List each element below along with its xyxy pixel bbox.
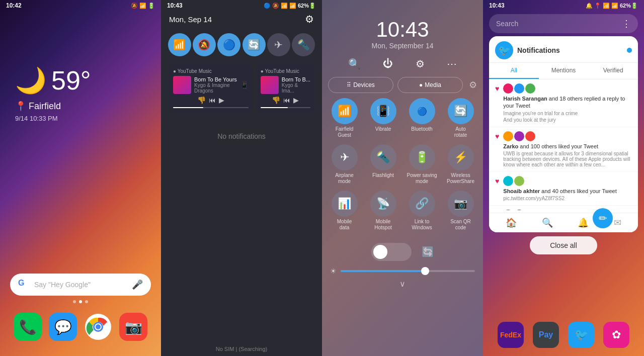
settings-icon[interactable]: ⚙ (305, 13, 314, 25)
twitter-logo: 🐦 (495, 41, 513, 59)
tw-mail-icon[interactable]: ✉ (614, 217, 621, 228)
phone-app-icon[interactable]: 📞 (14, 313, 42, 341)
qs-tile-flashlight[interactable]: 🔦 Flashlight (367, 144, 399, 185)
qs-tile-vibrate[interactable]: 📳 Vibrate (367, 98, 399, 138)
brightness-control[interactable]: ☀ (322, 265, 483, 277)
home-status-bar: 10:42 🔕 📶 🔋 (0, 0, 161, 11)
location-icon: 📍 (15, 101, 26, 112)
media-progress-2 (261, 107, 310, 108)
twitter-card-footer: 🏠 🔍 🔔 ✉ ✏ (489, 213, 638, 232)
sim-status: No SIM | (Searching) (161, 346, 322, 352)
brightness-handle[interactable] (421, 267, 429, 275)
brightness-bar[interactable] (341, 270, 475, 272)
prev-btn-2[interactable]: ⏮ (283, 96, 290, 104)
play-btn-2[interactable]: ▶ (293, 96, 299, 104)
media-artist-2: Kygo & Ima... (282, 82, 310, 94)
notif-content-1: Harish Sarangan and 18 others replied a … (503, 83, 632, 123)
qs-tile-airplane[interactable]: ✈ Airplanemode (328, 144, 361, 185)
search-hint-text: Say "Hey Google" (34, 281, 128, 289)
camera-app-icon[interactable]: 📷 (119, 313, 147, 341)
qs-toggle-pill[interactable] (371, 243, 412, 261)
avatar-1b (514, 83, 524, 94)
media-content-1: Born To Be Yours Kygo & Imagine Dragons … (173, 76, 249, 94)
media-tab[interactable]: ● Media (397, 77, 463, 93)
hotspot-tile-icon: 📡 (370, 191, 396, 217)
cast-icon[interactable]: 📱 (240, 81, 249, 89)
mic-icon[interactable]: 🎤 (132, 279, 143, 290)
media-app-label-1: ● YouTube Music (173, 68, 249, 74)
tw-battery-icon: 62%🔋 (620, 3, 638, 9)
twitter-notif-item-3: ♥ Shoaib akhter and 40 others liked your… (489, 172, 638, 206)
qs-power-icon[interactable]: ⏻ (383, 58, 393, 70)
weather-date: 9/14 10:33 PM (15, 115, 58, 122)
messages-app-icon[interactable]: 💬 (49, 313, 77, 341)
wifi-toggle[interactable]: 📶 (168, 33, 191, 56)
qs-settings-icon[interactable]: ⚙ (416, 58, 425, 70)
qs-tile-wifi[interactable]: 📶 FairfieldGuest (328, 98, 361, 138)
flashlight-toggle[interactable]: 🔦 (292, 33, 315, 56)
media-icon: ● (419, 81, 423, 88)
play-btn-1[interactable]: ▶ (219, 96, 224, 104)
avatar-4b (514, 210, 524, 210)
tw-more-icon[interactable]: ⋮ (622, 18, 631, 29)
tw-bell-icon[interactable]: 🔔 (578, 217, 589, 228)
close-all-button[interactable]: Close all (530, 236, 597, 254)
tab-mentions[interactable]: Mentions (539, 63, 589, 79)
pink-app-icon[interactable]: ✿ (603, 322, 629, 348)
recents-panel: 10:43 🔔 📍 📶 📶 62%🔋 Search ⋮ 🐦 Notificati… (483, 0, 644, 356)
notif-sub-2: UWB is great because it allows for 3 dim… (503, 151, 632, 167)
dot-3 (85, 300, 88, 303)
airplane-toggle[interactable]: ✈ (267, 33, 290, 56)
avatar-row-4 (503, 210, 595, 210)
qs-tile-linkwindows[interactable]: 🔗 Link toWindows (406, 191, 438, 231)
avatar-2c (525, 131, 535, 141)
thumbs-down-btn-2[interactable]: 👎 (272, 96, 280, 104)
notif-date: Mon, Sep 14 (169, 15, 212, 24)
devices-tab[interactable]: ⠿ Devices (328, 77, 393, 93)
tw-search-bar[interactable]: Search ⋮ (489, 14, 638, 33)
qs-tile-qrcode[interactable]: 📷 Scan QRcode (444, 191, 477, 231)
thumbs-down-btn[interactable]: 👎 (197, 96, 206, 104)
chrome-app-icon[interactable] (84, 313, 112, 341)
qs-tile-wireless[interactable]: ⚡ WirelessPowerShare (444, 144, 477, 185)
prev-btn[interactable]: ⏮ (209, 96, 216, 104)
bluetooth-toggle[interactable]: 🔵 (217, 33, 240, 56)
pay-app-icon[interactable]: Pay (533, 322, 559, 348)
notif-name-1: Harish Sarangan (503, 96, 547, 102)
twitter-notif-title: Notifications (517, 46, 627, 54)
qs-tile-autorotate[interactable]: 🔄 Autorotate (444, 98, 477, 138)
notification-panel: 10:43 🔵 🔕 📶 📶 62%🔋 Mon, Sep 14 ⚙ 📶 🔕 🔵 🔄… (161, 0, 322, 356)
qs-tile-mobiledata[interactable]: 📊 Mobiledata (328, 191, 361, 231)
qs-rotate-icon[interactable]: 🔄 (422, 246, 434, 258)
tw-compose-button[interactable]: ✏ (593, 208, 613, 228)
avatar-2a (503, 131, 513, 141)
qs-tabs: ⠿ Devices ● Media ⚙ (328, 77, 477, 93)
notif-name-2: Zarko (503, 143, 518, 149)
qs-settings-gear[interactable]: ⚙ (469, 79, 477, 91)
tab-all[interactable]: All (489, 63, 539, 79)
autorotate-tile-label: Autorotate (454, 126, 467, 138)
dot-1 (73, 300, 76, 303)
google-search-bar[interactable]: G Say "Hey Google" 🎤 (10, 274, 151, 296)
media-progress-1 (173, 107, 249, 108)
tw-home-icon[interactable]: 🏠 (506, 217, 517, 228)
qs-tile-powersave[interactable]: 🔋 Power savingmode (406, 144, 438, 185)
twitter-tabs: All Mentions Verified (489, 63, 638, 79)
media-card-2: ● YouTube Music Born To B... Kygo & Ima.… (257, 64, 314, 112)
wifi-tile-label: FairfieldGuest (336, 126, 354, 138)
qs-more-icon[interactable]: ⋯ (447, 58, 457, 70)
qs-tile-hotspot[interactable]: 📡 MobileHotspot (367, 191, 399, 231)
signal-icon: 📶 (139, 3, 146, 9)
qs-tile-bluetooth[interactable]: 🔵 Bluetooth (406, 98, 438, 138)
tab-verified[interactable]: Verified (588, 63, 638, 79)
tw-search-icon[interactable]: 🔍 (542, 217, 553, 228)
fedex-app-icon[interactable]: FedEx (498, 322, 524, 348)
tw-time: 10:43 (489, 2, 505, 9)
twitter-app-icon[interactable]: 🐦 (568, 322, 594, 348)
sync-toggle[interactable]: 🔄 (243, 33, 266, 56)
qs-search-icon[interactable]: 🔍 (348, 58, 361, 70)
qs-expand-chevron[interactable]: ∨ (322, 279, 483, 289)
avatar-4a (503, 210, 513, 210)
mobiledata-tile-label: Mobiledata (337, 219, 352, 231)
mute-toggle[interactable]: 🔕 (193, 33, 216, 56)
